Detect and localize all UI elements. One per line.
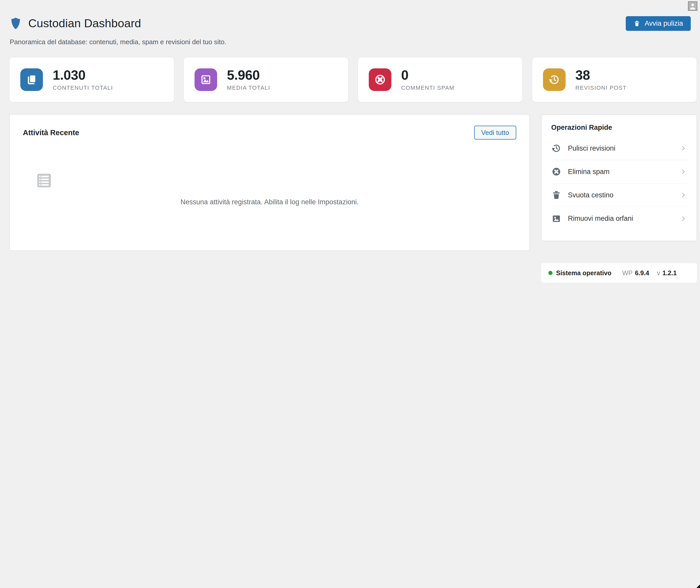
chevron-right-icon <box>680 191 687 199</box>
stat-card-contents: 1.030 CONTENUTI TOTALI <box>9 57 174 102</box>
quick-op-label: Elimina spam <box>568 168 610 176</box>
status-label: Sistema operativo <box>556 269 611 277</box>
quick-op-label: Rimuovi media orfani <box>568 215 633 223</box>
history-icon <box>551 143 561 153</box>
dismiss-icon <box>551 167 561 177</box>
stat-label: REVISIONI POST <box>575 85 627 91</box>
shield-icon <box>10 17 22 30</box>
list-view-icon <box>36 172 52 189</box>
quick-op-remove-orphan-media[interactable]: Rimuovi media orfani <box>551 207 687 230</box>
stat-label: MEDIA TOTALI <box>227 85 270 91</box>
image-icon <box>195 68 217 91</box>
stat-value: 5.960 <box>227 68 270 82</box>
user-avatar[interactable] <box>688 1 697 11</box>
quick-op-delete-spam[interactable]: Elimina spam <box>551 160 687 183</box>
quick-op-empty-trash[interactable]: Svuota cestino <box>551 183 687 207</box>
recent-activity-title: Attività Recente <box>23 128 79 137</box>
quick-op-label: Pulisci revisioni <box>568 144 615 152</box>
recent-activity-panel: Attività Recente Vedi tutto Nessuna atti… <box>9 114 530 251</box>
run-cleanup-button[interactable]: Avvia pulizia <box>626 16 691 31</box>
person-icon <box>689 2 697 10</box>
stat-card-revisions: 38 REVISIONI POST <box>532 57 697 102</box>
quick-op-clean-revisions[interactable]: Pulisci revisioni <box>551 137 687 160</box>
quick-operations-title: Operazioni Rapide <box>551 124 687 132</box>
stat-value: 38 <box>575 68 627 82</box>
quick-op-label: Svuota cestino <box>568 191 613 199</box>
custodian-dashboard-page: Custodian Dashboard Avvia pulizia Panora… <box>0 0 700 588</box>
view-all-button[interactable]: Vedi tutto <box>474 126 516 140</box>
stat-card-spam: 0 COMMENTI SPAM <box>358 57 523 102</box>
stat-value: 1.030 <box>53 68 113 82</box>
stat-label: COMMENTI SPAM <box>401 85 454 91</box>
page-header: Custodian Dashboard Avvia pulizia <box>10 15 691 32</box>
page-title: Custodian Dashboard <box>28 17 141 30</box>
page-subtitle: Panoramica del database: contenuti, medi… <box>10 38 226 46</box>
stat-label: CONTENUTI TOTALI <box>53 85 113 91</box>
stats-row: 1.030 CONTENUTI TOTALI 5.960 MEDIA TOTAL… <box>9 57 697 102</box>
run-cleanup-label: Avvia pulizia <box>644 20 683 27</box>
stat-card-media: 5.960 MEDIA TOTALI <box>183 57 348 102</box>
plugin-version-key: v <box>657 269 660 277</box>
trash-icon <box>633 20 640 27</box>
wp-version-value: 6.9.4 <box>635 269 649 277</box>
plugin-version-value: 1.2.1 <box>662 269 677 277</box>
status-dot <box>548 271 552 275</box>
chevron-right-icon <box>680 145 687 152</box>
dismiss-icon <box>369 68 391 91</box>
image-icon <box>551 214 561 224</box>
empty-activity-message: Nessuna attività registrata. Abilita il … <box>10 198 530 206</box>
history-icon <box>543 68 566 91</box>
resize-corner-mark <box>696 584 700 588</box>
chevron-right-icon <box>680 168 687 175</box>
pages-icon <box>20 68 43 91</box>
wp-version-key: WP <box>622 269 632 277</box>
chevron-right-icon <box>680 215 687 222</box>
stat-value: 0 <box>401 68 454 82</box>
trash-icon <box>551 190 561 200</box>
system-status-bar: Sistema operativo WP 6.9.4 v 1.2.1 <box>541 263 697 283</box>
quick-operations-panel: Operazioni Rapide Pulisci revisioni Elim… <box>541 115 697 241</box>
